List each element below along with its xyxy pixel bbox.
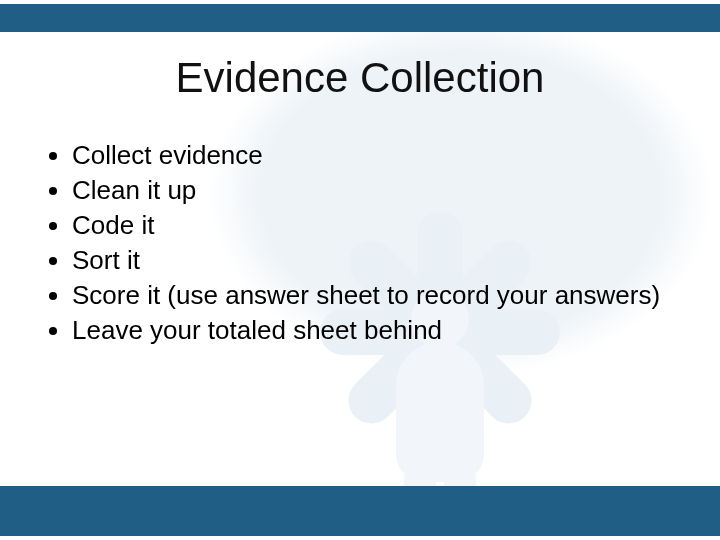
bullet-text: Leave your totaled sheet behind	[72, 315, 442, 345]
list-item: Code it	[72, 208, 672, 243]
list-item: Score it (use answer sheet to record you…	[72, 278, 672, 313]
bullet-text: Score it (use answer sheet to record you…	[72, 280, 660, 310]
bullet-text: Code it	[72, 210, 154, 240]
bullet-text: Sort it	[72, 245, 140, 275]
slide: Evidence Collection Collect evidence Cle…	[0, 0, 720, 540]
bullet-list: Collect evidence Clean it up Code it Sor…	[40, 138, 672, 349]
bullet-text: Collect evidence	[72, 140, 263, 170]
slide-title: Evidence Collection	[0, 54, 720, 102]
top-band	[0, 4, 720, 32]
bullet-text: Clean it up	[72, 175, 196, 205]
list-item: Clean it up	[72, 173, 672, 208]
list-item: Sort it	[72, 243, 672, 278]
slide-content: Collect evidence Clean it up Code it Sor…	[40, 138, 672, 349]
list-item: Collect evidence	[72, 138, 672, 173]
list-item: Leave your totaled sheet behind	[72, 313, 672, 348]
bottom-band	[0, 486, 720, 536]
